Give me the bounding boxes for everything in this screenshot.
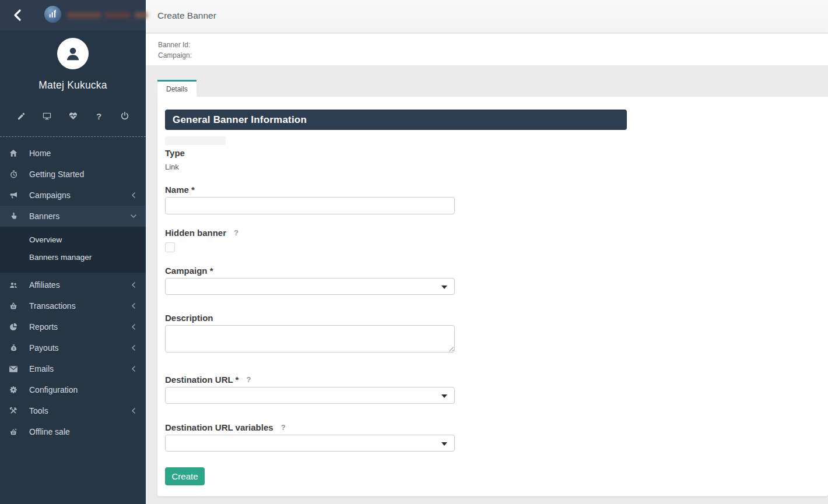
chevron-left-icon — [13, 9, 22, 22]
sidebar-item-label: Affiliates — [29, 280, 60, 290]
sidebar-top-bar — [0, 0, 146, 30]
sidebar-item-label: Payouts — [29, 343, 59, 353]
sidebar-item-transactions[interactable]: Transactions — [0, 295, 146, 316]
svg-text:$: $ — [13, 347, 15, 350]
destination-url-variables-label: Destination URL variables ? — [165, 422, 828, 432]
sidebar-subitem-overview[interactable]: Overview — [0, 231, 146, 248]
banner-id-label: Banner Id: — [158, 34, 828, 50]
sidebar-item-reports[interactable]: Reports — [0, 316, 146, 337]
section-header: General Banner Information — [165, 110, 627, 130]
destination-url-variables-select[interactable] — [165, 435, 455, 452]
campaign-field-label: Campaign * — [165, 266, 828, 276]
person-icon — [63, 44, 83, 64]
description-field-label: Description — [165, 313, 828, 323]
chevron-left-icon — [131, 303, 136, 309]
monitor-icon[interactable] — [42, 111, 52, 121]
tab-details-label: Details — [166, 85, 188, 93]
caret-down-icon — [441, 442, 447, 446]
sidebar-item-configuration[interactable]: Configuration — [0, 379, 146, 400]
hidden-banner-checkbox[interactable] — [165, 242, 175, 252]
sidebar-item-label: Campaigns — [29, 191, 71, 200]
description-textarea[interactable] — [165, 325, 455, 353]
chevron-left-icon — [131, 345, 136, 351]
details-panel: General Banner Information Type Link Nam… — [157, 97, 828, 496]
sidebar-item-affiliates[interactable]: Affiliates — [0, 274, 146, 295]
caret-down-icon — [441, 394, 447, 398]
sidebar-item-label: Tools — [29, 406, 48, 415]
destination-url-label: Destination URL * ? — [165, 375, 828, 385]
help-icon[interactable]: ? — [94, 111, 104, 121]
chevron-left-icon — [131, 366, 136, 372]
chevron-left-icon — [131, 192, 136, 198]
money-bag-icon: $ — [9, 343, 18, 353]
sidebar-item-home[interactable]: Home — [0, 143, 146, 164]
sidebar-item-payouts[interactable]: $ Payouts — [0, 337, 146, 358]
type-field-label: Type — [165, 148, 828, 158]
chevron-left-icon — [131, 282, 136, 288]
chevron-left-icon — [131, 324, 136, 330]
sidebar-item-label: Getting Started — [29, 170, 84, 179]
envelope-icon — [9, 364, 18, 373]
help-icon[interactable]: ? — [281, 423, 286, 432]
back-button[interactable] — [8, 6, 27, 24]
name-input[interactable] — [165, 197, 455, 214]
gear-icon — [9, 385, 18, 394]
page-title: Create Banner — [157, 10, 216, 21]
help-icon[interactable]: ? — [246, 375, 251, 384]
main-area: Create Banner Banner Id: Campaign: Detai… — [146, 0, 828, 504]
sidebar-item-offline-sale[interactable]: Offline sale — [0, 421, 146, 442]
sidebar-subitem-banners-manager[interactable]: Banners manager — [0, 248, 146, 266]
hidden-banner-label: Hidden banner ? — [165, 228, 828, 238]
destination-url-variables-label-text: Destination URL variables — [165, 422, 273, 432]
campaign-select[interactable] — [165, 278, 455, 295]
users-icon — [9, 280, 18, 290]
loading-placeholder — [165, 136, 226, 145]
heartbeat-icon[interactable] — [68, 111, 78, 121]
sidebar-item-campaigns[interactable]: Campaigns — [0, 185, 146, 206]
chevron-left-icon — [131, 408, 136, 414]
destination-url-label-text: Destination URL * — [165, 375, 238, 385]
hand-pointer-icon — [9, 212, 18, 221]
avatar[interactable] — [57, 38, 89, 69]
sidebar-item-emails[interactable]: Emails — [0, 358, 146, 379]
create-button[interactable]: Create — [165, 467, 205, 485]
sidebar-item-tools[interactable]: Tools — [0, 400, 146, 421]
power-icon[interactable] — [120, 111, 130, 121]
banners-submenu: Overview Banners manager — [0, 227, 146, 273]
profile-actions: ? — [0, 111, 146, 121]
sidebar-item-label: Configuration — [29, 385, 78, 394]
sidebar-item-banners[interactable]: Banners — [0, 206, 146, 227]
help-glyph: ? — [96, 111, 101, 121]
page-header: Create Banner — [146, 0, 828, 33]
sidebar: Matej Kukucka — [0, 0, 146, 504]
sidebar-item-label: Home — [29, 149, 51, 158]
destination-url-select[interactable] — [165, 387, 455, 404]
caret-down-icon — [441, 286, 447, 289]
blurred-brand-text — [67, 12, 148, 18]
logo-arrows — [47, 9, 58, 20]
sidebar-item-label: Emails — [29, 364, 54, 373]
sidebar-item-label: Banners — [29, 212, 59, 221]
home-icon — [9, 149, 18, 158]
basket-icon — [9, 301, 18, 311]
type-field-value: Link — [165, 163, 828, 171]
description-field — [165, 325, 455, 353]
sidebar-nav: Home Getting Started — [0, 143, 146, 442]
sidebar-subitem-label: Overview — [29, 235, 62, 244]
profile-section: Matej Kukucka — [0, 30, 146, 137]
pie-chart-icon — [9, 322, 18, 332]
stopwatch-icon — [9, 170, 18, 179]
sidebar-item-label: Transactions — [29, 301, 76, 311]
growth-chart-logo[interactable] — [44, 6, 61, 23]
hidden-banner-label-text: Hidden banner — [165, 228, 226, 238]
pencil-icon[interactable] — [16, 111, 26, 121]
tab-details[interactable]: Details — [157, 80, 197, 97]
help-icon[interactable]: ? — [234, 228, 238, 237]
banner-info-bar: Banner Id: Campaign: — [146, 34, 828, 65]
tools-icon — [9, 406, 18, 415]
sidebar-item-getting-started[interactable]: Getting Started — [0, 164, 146, 185]
tab-bar: Details — [146, 65, 828, 97]
section-header-title: General Banner Information — [173, 114, 307, 126]
app-window: Matej Kukucka — [0, 0, 828, 504]
sidebar-item-label: Offline sale — [29, 427, 70, 436]
